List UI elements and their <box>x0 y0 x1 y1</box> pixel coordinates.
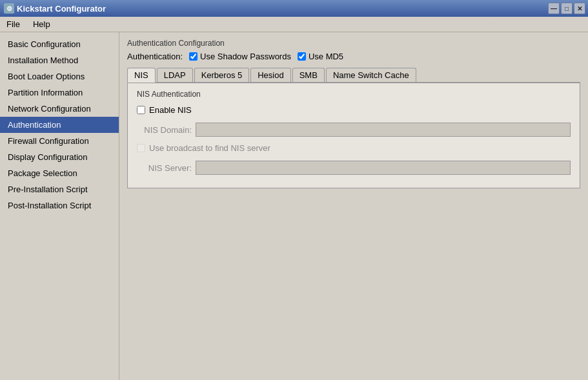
section-label: Authentication Configuration <box>127 39 580 48</box>
sidebar-item-partition-info[interactable]: Partition Information <box>0 85 119 101</box>
tab-ldap[interactable]: LDAP <box>157 68 193 82</box>
menu-file[interactable]: File <box>3 18 24 30</box>
enable-nis-row: Enable NIS <box>137 105 571 115</box>
nis-domain-label: NIS Domain: <box>137 125 192 135</box>
sidebar-item-package-selection[interactable]: Package Selection <box>0 165 119 181</box>
menu-help[interactable]: Help <box>29 18 54 30</box>
md5-checkbox[interactable] <box>298 52 306 61</box>
tab-smb[interactable]: SMB <box>292 68 325 82</box>
maximize-button[interactable]: □ <box>561 3 573 14</box>
auth-label: Authentication: <box>127 52 183 61</box>
sidebar-item-network-config[interactable]: Network Configuration <box>0 101 119 117</box>
md5-label[interactable]: Use MD5 <box>298 52 343 61</box>
nis-server-label: NIS Server: <box>137 163 192 173</box>
sidebar-item-post-install[interactable]: Post-Installation Script <box>0 197 119 214</box>
nis-server-row: NIS Server: <box>137 161 571 175</box>
tab-name-switch-cache[interactable]: Name Switch Cache <box>326 68 416 82</box>
main-container: Basic Configuration Installation Method … <box>0 32 588 380</box>
enable-nis-label: Enable NIS <box>149 105 192 115</box>
enable-nis-checkbox[interactable] <box>137 106 145 114</box>
tab-nis[interactable]: NIS <box>127 68 156 83</box>
shadow-passwords-checkbox[interactable] <box>189 52 198 61</box>
tab-hesiod[interactable]: Hesiod <box>250 68 290 82</box>
nis-domain-input[interactable] <box>196 123 571 137</box>
window-title: Kickstart Configurator <box>17 4 106 14</box>
app-icon: ⚙ <box>4 3 14 14</box>
auth-tabs: NIS LDAP Kerberos 5 Hesiod SMB Name Swit… <box>127 68 580 83</box>
title-bar: ⚙ Kickstart Configurator — □ ✕ <box>0 0 588 17</box>
sidebar-item-display-config[interactable]: Display Configuration <box>0 149 119 165</box>
shadow-passwords-label[interactable]: Use Shadow Passwords <box>189 52 291 61</box>
sidebar-item-installation-method[interactable]: Installation Method <box>0 52 119 68</box>
broadcast-checkbox[interactable] <box>137 144 145 152</box>
sidebar-item-pre-install[interactable]: Pre-Installation Script <box>0 181 119 197</box>
shadow-passwords-text: Use Shadow Passwords <box>200 52 291 61</box>
window-controls: — □ ✕ <box>548 3 585 14</box>
nis-domain-row: NIS Domain: <box>137 123 571 137</box>
tab-kerberos5[interactable]: Kerberos 5 <box>194 68 250 82</box>
content-area: Authentication Configuration Authenticat… <box>119 32 588 380</box>
nis-panel: NIS Authentication Enable NIS NIS Domain… <box>127 83 580 188</box>
sidebar-item-boot-loader[interactable]: Boot Loader Options <box>0 68 119 85</box>
md5-text: Use MD5 <box>309 52 343 61</box>
sidebar-item-firewall-config[interactable]: Firewall Configuration <box>0 133 119 149</box>
menu-bar: File Help <box>0 17 588 32</box>
sidebar: Basic Configuration Installation Method … <box>0 32 119 380</box>
minimize-button[interactable]: — <box>548 3 560 14</box>
sidebar-item-basic-config[interactable]: Basic Configuration <box>0 36 119 52</box>
close-button[interactable]: ✕ <box>574 3 585 14</box>
sidebar-item-authentication[interactable]: Authentication <box>0 117 119 133</box>
nis-section-title: NIS Authentication <box>137 90 571 99</box>
auth-options-row: Authentication: Use Shadow Passwords Use… <box>127 52 580 61</box>
broadcast-row: Use broadcast to find NIS server <box>137 143 571 153</box>
broadcast-label: Use broadcast to find NIS server <box>149 143 270 153</box>
nis-server-input[interactable] <box>196 161 571 175</box>
